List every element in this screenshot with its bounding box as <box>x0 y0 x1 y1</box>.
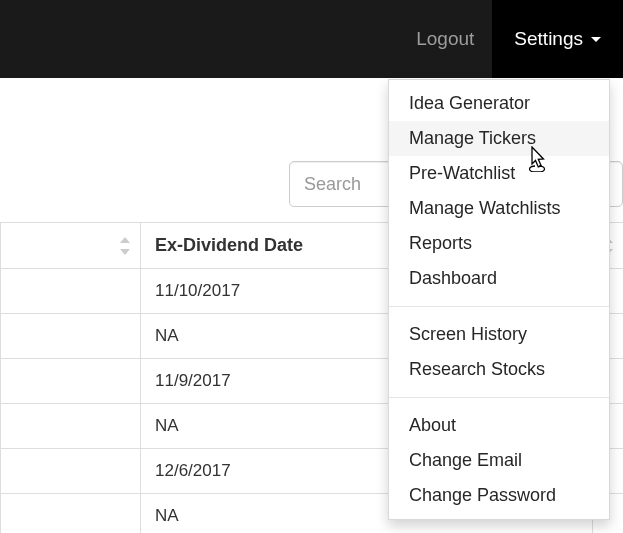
menu-item-idea-generator[interactable]: Idea Generator <box>389 86 609 121</box>
menu-item-about[interactable]: About <box>389 408 609 443</box>
navbar: Logout Settings <box>0 0 623 78</box>
menu-item-manage-tickers[interactable]: Manage Tickers <box>389 121 609 156</box>
cell <box>1 404 141 449</box>
menu-item-change-email[interactable]: Change Email <box>389 443 609 478</box>
settings-label: Settings <box>514 28 583 50</box>
menu-item-manage-watchlists[interactable]: Manage Watchlists <box>389 191 609 226</box>
cell <box>1 314 141 359</box>
settings-dropdown-menu: Idea Generator Manage Tickers Pre-Watchl… <box>388 79 610 520</box>
settings-dropdown-toggle[interactable]: Settings <box>492 0 623 78</box>
menu-item-reports[interactable]: Reports <box>389 226 609 261</box>
table-header-blank[interactable] <box>1 223 141 269</box>
menu-item-dashboard[interactable]: Dashboard <box>389 261 609 296</box>
cell <box>1 449 141 494</box>
sort-icon <box>118 237 130 255</box>
menu-item-screen-history[interactable]: Screen History <box>389 317 609 352</box>
header-label: Ex-Dividend Date <box>155 235 303 255</box>
menu-divider <box>389 397 609 398</box>
cell <box>1 494 141 534</box>
menu-item-pre-watchlist[interactable]: Pre-Watchlist <box>389 156 609 191</box>
nav-right: Logout Settings <box>398 0 623 78</box>
cell <box>1 269 141 314</box>
logout-link[interactable]: Logout <box>398 0 492 78</box>
menu-item-research-stocks[interactable]: Research Stocks <box>389 352 609 387</box>
menu-item-change-password[interactable]: Change Password <box>389 478 609 513</box>
caret-down-icon <box>591 37 601 42</box>
menu-divider <box>389 306 609 307</box>
cell <box>1 359 141 404</box>
